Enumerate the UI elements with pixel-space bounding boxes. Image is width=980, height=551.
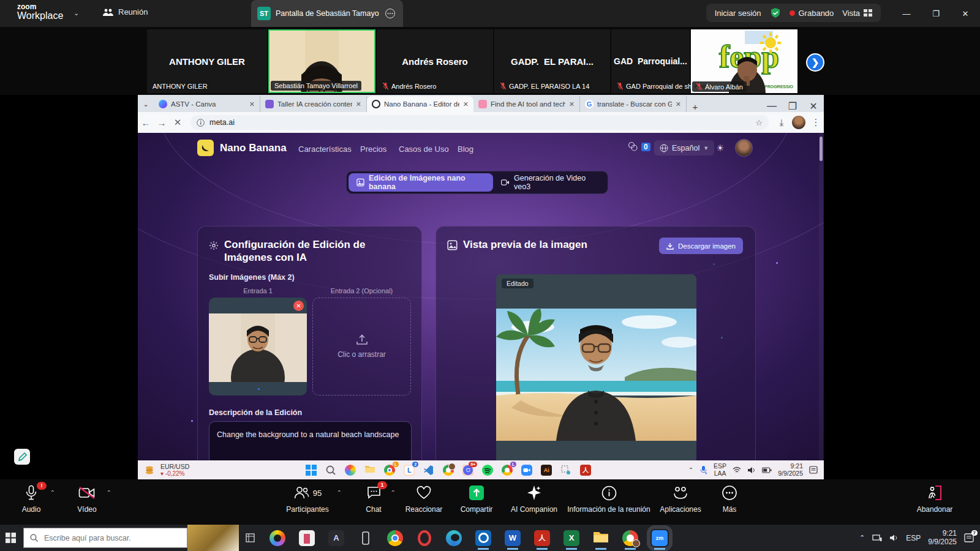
chrome-profile-icon[interactable] (622, 530, 638, 546)
apps-button[interactable]: Aplicaciones (653, 483, 708, 514)
sign-in-button[interactable]: Iniciar sesión (715, 9, 761, 18)
volume-icon[interactable] (889, 534, 899, 542)
task-view-icon[interactable] (239, 533, 261, 543)
chrome-alt-icon[interactable]: L (502, 465, 513, 476)
download-icon[interactable]: ⤓ (774, 117, 790, 128)
tab-search-chevron-icon[interactable]: ⌄ (138, 96, 154, 112)
chat-button[interactable]: 1 Chat ⌃ (349, 483, 398, 514)
chevron-down-icon[interactable]: ⌄ (74, 9, 79, 17)
chrome-icon[interactable]: L (384, 465, 395, 476)
more-button[interactable]: Más (706, 483, 753, 514)
spotify-icon[interactable] (482, 465, 493, 476)
upload-dropzone-2[interactable]: Clic o arrastrar (312, 298, 411, 395)
page-scrollbar[interactable] (819, 133, 823, 460)
meeting-info-button[interactable]: Información de la reunión (562, 483, 655, 514)
tab-close-icon[interactable]: ✕ (463, 100, 469, 108)
participants-options-chevron[interactable]: ⌃ (337, 489, 342, 496)
tray-mic-icon[interactable] (699, 465, 707, 474)
nav-blog[interactable]: Blog (458, 144, 473, 154)
input-language[interactable]: ESP LAA (714, 463, 726, 476)
chat-options-chevron[interactable]: ⌃ (391, 489, 396, 496)
word-icon[interactable]: W (505, 530, 521, 546)
photos-app-icon[interactable] (270, 530, 285, 546)
nav-caracteristicas[interactable]: Características (298, 144, 352, 154)
react-button[interactable]: Reaccionar (397, 483, 451, 514)
user-avatar[interactable] (735, 139, 753, 157)
next-participants-button[interactable]: ❯ (806, 53, 824, 72)
uploaded-image-1[interactable]: ✕ (209, 298, 307, 395)
stop-loading-icon[interactable]: ✕ (170, 117, 186, 128)
mode-image-editing[interactable]: Edición de Imágenes nano banana (349, 173, 493, 192)
edit-description-textarea[interactable]: Change the background to a natural beach… (209, 421, 412, 460)
browser-profile-avatar[interactable] (792, 116, 805, 129)
search-input[interactable] (43, 533, 168, 543)
view-button[interactable]: Vista (842, 9, 872, 18)
bookmark-star-icon[interactable]: ☆ (755, 118, 763, 127)
action-center-button[interactable]: 7 (964, 533, 974, 542)
back-icon[interactable]: ← (138, 118, 154, 128)
opera-icon[interactable] (417, 530, 432, 546)
remove-image-button[interactable]: ✕ (293, 301, 304, 311)
vscode-icon[interactable] (423, 465, 434, 476)
battery-icon[interactable] (762, 467, 772, 473)
ellipsis-menu-icon[interactable] (385, 8, 396, 19)
video-button[interactable]: Vídeo ⌃ (61, 483, 113, 514)
browser-menu-icon[interactable]: ⋮ (808, 117, 824, 128)
tab-close-icon[interactable]: ✕ (356, 100, 361, 108)
participant-tile-gad-parroquial[interactable]: GAD Parroquial... GAD Parroquial de shim… (611, 29, 690, 93)
nav-casos-de-uso[interactable]: Casos de Uso (399, 144, 449, 154)
language-selector[interactable]: Español ▼ (654, 140, 714, 156)
share-button[interactable]: Compartir (450, 483, 503, 514)
participant-tile-sebastian-video[interactable]: Sebastián Tamayo Villarroel (268, 29, 375, 93)
l-app-icon[interactable]: L2 (404, 465, 415, 476)
language-indicator[interactable]: ESP (906, 534, 921, 542)
nav-precios[interactable]: Precios (360, 144, 386, 154)
ai-companion-button[interactable]: AI Companion (501, 483, 567, 514)
tab-close-icon[interactable]: ✕ (249, 100, 255, 108)
restore-button[interactable]: ❐ (921, 0, 951, 27)
chrome-icon[interactable] (387, 530, 403, 546)
stocks-widget[interactable]: EUR/USD ▾ -0,22% (138, 463, 189, 478)
network-icon[interactable] (872, 534, 882, 542)
browser-minimize-button[interactable]: — (761, 100, 782, 112)
tab-meeting[interactable]: Reunión (103, 7, 148, 17)
phone-app-icon[interactable] (358, 530, 374, 546)
outlook-icon[interactable] (475, 530, 491, 546)
taskbar-clock[interactable]: 9:21 9/9/2025 (928, 530, 957, 547)
snipping-tool-icon[interactable] (560, 465, 571, 476)
browser-tab-canva[interactable]: ASTV - Canva ✕ (154, 96, 260, 112)
a-app-icon[interactable]: A (328, 530, 344, 546)
start-icon[interactable] (306, 465, 317, 476)
audio-button[interactable]: ! Audio ⌃ (6, 483, 56, 514)
minimize-button[interactable]: — (892, 0, 921, 27)
acrobat-icon[interactable]: 人 (580, 465, 591, 476)
zoom-taskbar-icon[interactable]: zm (652, 530, 668, 546)
copilot-icon[interactable] (345, 465, 356, 476)
browser-tab-ai-tool[interactable]: Find the AI tool and technolog... ✕ (473, 96, 580, 112)
forward-icon[interactable]: → (154, 118, 170, 128)
start-button[interactable] (0, 533, 21, 543)
discord-icon[interactable]: ᗜ9+ (462, 465, 473, 476)
new-tab-button[interactable]: + (687, 102, 704, 112)
volume-icon[interactable] (747, 467, 756, 474)
nano-banana-logo-icon[interactable] (197, 140, 214, 156)
browser-close-button[interactable]: ✕ (803, 100, 824, 112)
browser-tab-nano-banana-active[interactable]: Nano Banana - Editor de imáge... ✕ (367, 96, 473, 112)
inner-clock[interactable]: 9:21 9/9/2025 (778, 463, 803, 476)
audio-options-chevron[interactable]: ⌃ (50, 489, 55, 496)
browser-tab-taller-ia[interactable]: Taller IA creación contenido - P... ✕ (260, 96, 367, 112)
store-app-icon[interactable] (299, 530, 315, 546)
chrome-profile-icon[interactable] (443, 465, 454, 476)
recording-indicator[interactable]: Grabando (790, 9, 834, 18)
leave-button[interactable]: Abandonar (904, 483, 965, 514)
browser-restore-button[interactable]: ❐ (782, 100, 803, 112)
credits-indicator[interactable]: 0 (628, 141, 650, 152)
url-bar[interactable]: meta.ai ☆ (190, 115, 769, 130)
close-button[interactable]: ✕ (951, 0, 980, 27)
search-icon[interactable] (325, 465, 336, 476)
tab-close-icon[interactable]: ✕ (569, 100, 575, 108)
site-brand[interactable]: Nano Banana (220, 142, 287, 154)
excel-icon[interactable]: X (564, 530, 579, 546)
acrobat-icon[interactable]: 人 (534, 530, 550, 546)
taskbar-search[interactable] (23, 528, 187, 548)
